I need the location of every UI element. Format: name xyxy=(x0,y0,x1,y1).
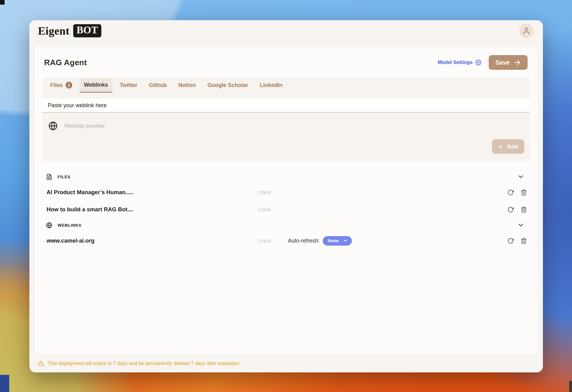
save-button[interactable]: Save xyxy=(489,55,528,70)
delete-button[interactable] xyxy=(521,238,527,244)
file-size: 125KB xyxy=(257,207,285,212)
rag-agent-card: RAG Agent Model Settings Save xyxy=(35,47,537,354)
chevron-down-icon xyxy=(517,221,525,229)
files-section-header: FILES xyxy=(43,170,528,184)
tab-weblinks[interactable]: Weblinks xyxy=(80,78,112,92)
page-title: RAG Agent xyxy=(44,58,87,67)
tab-github[interactable]: Github xyxy=(145,78,171,92)
brand-logo: Eigent BOT xyxy=(38,24,101,37)
chevron-down-icon xyxy=(517,173,525,180)
tab-linkedin[interactable]: LinkedIn xyxy=(255,78,287,92)
tab-files-label: Files xyxy=(50,82,63,89)
weblinks-section-header: WEBLINKS xyxy=(43,218,528,232)
app-header: Eigent BOT xyxy=(29,20,543,42)
globe-icon xyxy=(46,222,52,228)
file-row: AI Product Manager’s Human..... 125KB xyxy=(43,184,528,201)
warning-text: This deployment will expire in 7 days an… xyxy=(48,361,241,366)
tab-google-scholar[interactable]: Google Scholar xyxy=(203,78,252,92)
auto-refresh-label: Auto-refresh: xyxy=(288,238,320,244)
weblink-panel: Files 2 Weblinks Twitter Github Notion xyxy=(42,78,530,162)
chevron-down-icon xyxy=(343,238,348,243)
refresh-button[interactable] xyxy=(507,189,514,196)
panel-gap xyxy=(42,92,530,99)
plus-icon: + xyxy=(498,142,503,150)
refresh-icon xyxy=(507,206,514,213)
files-collapse-chevron[interactable] xyxy=(517,173,525,180)
warning-triangle-icon xyxy=(38,360,44,367)
weblinks-collapse-chevron[interactable] xyxy=(517,221,525,229)
refresh-icon xyxy=(507,189,514,196)
refresh-icon xyxy=(507,238,514,244)
delete-button[interactable] xyxy=(521,189,527,196)
weblink-input[interactable] xyxy=(42,99,530,113)
file-text-icon xyxy=(46,174,52,180)
trash-icon xyxy=(521,189,527,196)
brand-badge: BOT xyxy=(73,24,101,37)
user-avatar[interactable] xyxy=(519,24,534,38)
trash-icon xyxy=(521,238,527,244)
files-section-title: FILES xyxy=(58,175,70,179)
title-actions: Model Settings Save xyxy=(438,55,528,70)
user-icon xyxy=(522,27,530,35)
tab-files[interactable]: Files 2 xyxy=(46,78,77,92)
model-settings-link[interactable]: Model Settings xyxy=(438,59,482,66)
add-weblink-button[interactable]: + Add xyxy=(492,139,524,154)
wallpaper-corner-bottom-left xyxy=(0,375,9,392)
file-name: How to build a smart RAG Bot.... xyxy=(43,206,257,213)
file-row: How to build a smart RAG Bot.... 125KB xyxy=(43,201,528,218)
tab-github-label: Github xyxy=(149,82,167,89)
desktop-wallpaper: Eigent BOT RAG Agent Model Settings xyxy=(0,0,572,392)
tab-notion[interactable]: Notion xyxy=(174,78,200,92)
arrow-right-icon xyxy=(514,59,521,66)
website-preview-area: Website preview + Add xyxy=(42,113,530,162)
gear-icon[interactable] xyxy=(475,59,481,66)
file-size: 125KB xyxy=(257,190,285,195)
files-count-badge: 2 xyxy=(66,82,72,89)
eigent-bot-window: Eigent BOT RAG Agent Model Settings xyxy=(29,20,543,372)
refresh-button[interactable] xyxy=(507,206,514,213)
tab-notion-label: Notion xyxy=(178,82,196,89)
add-label: Add xyxy=(507,143,518,150)
row-actions xyxy=(507,238,527,244)
model-settings-label: Model Settings xyxy=(438,60,473,65)
auto-refresh-select[interactable]: None xyxy=(323,236,352,246)
brand-name: Eigent xyxy=(38,24,70,37)
delete-button[interactable] xyxy=(521,206,527,213)
globe-icon xyxy=(48,121,58,130)
tab-twitter[interactable]: Twitter xyxy=(115,78,142,92)
row-actions xyxy=(507,206,527,213)
source-tabs: Files 2 Weblinks Twitter Github Notion xyxy=(42,78,530,92)
wallpaper-corner-top-left xyxy=(0,0,5,5)
file-name: AI Product Manager’s Human..... xyxy=(43,189,257,196)
weblink-row: www.camel-ai.org 125KB Auto-refresh: Non… xyxy=(43,232,528,249)
auto-refresh-value: None xyxy=(328,238,339,243)
trash-icon xyxy=(521,206,527,213)
title-row: RAG Agent Model Settings Save xyxy=(42,55,530,70)
weblink-size: 125KB xyxy=(257,238,285,243)
weblink-name: www.camel-ai.org xyxy=(43,237,257,244)
wallpaper-corner-bottom-right xyxy=(569,381,572,392)
tab-google-scholar-label: Google Scholar xyxy=(207,82,248,89)
row-actions xyxy=(507,189,527,196)
sources-list: FILES AI Product Manager’s Human..... 12… xyxy=(42,170,530,249)
tab-linkedin-label: LinkedIn xyxy=(260,82,282,89)
tab-weblinks-label: Weblinks xyxy=(84,82,108,88)
website-preview-label: Website preview xyxy=(48,121,105,130)
website-preview-text: Website preview xyxy=(64,123,105,129)
expiration-warning: This deployment will expire in 7 days an… xyxy=(29,354,543,372)
auto-refresh-group: Auto-refresh: None xyxy=(288,236,352,246)
refresh-button[interactable] xyxy=(507,238,514,244)
save-label: Save xyxy=(495,59,510,66)
weblinks-section-title: WEBLINKS xyxy=(58,223,81,228)
tab-twitter-label: Twitter xyxy=(120,82,137,89)
